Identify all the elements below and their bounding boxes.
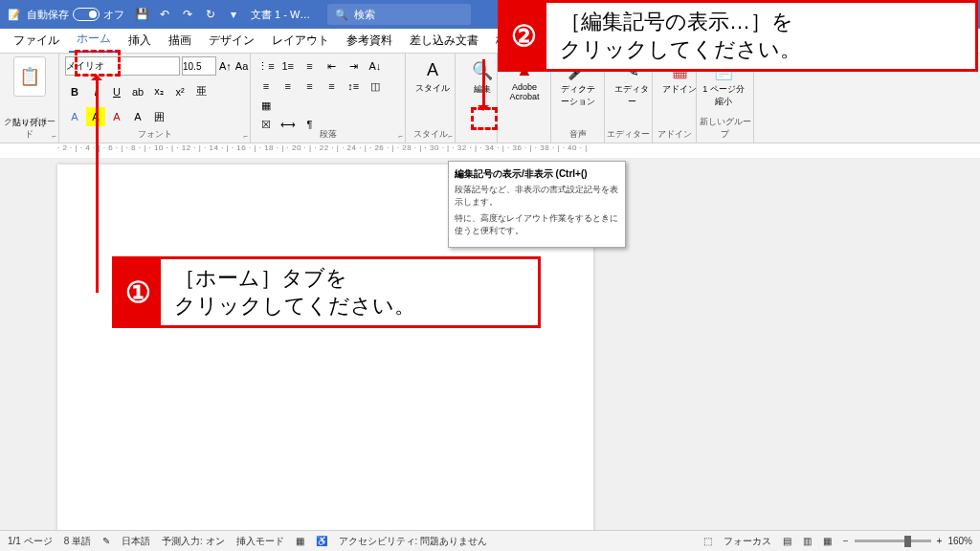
zoom-out-icon[interactable]: − <box>843 536 849 546</box>
tooltip-body1: 段落記号など、非表示の書式設定記号を表示します。 <box>455 184 619 209</box>
font-case-icon[interactable]: Aa <box>234 56 249 76</box>
tab-references[interactable]: 参考資料 <box>339 29 400 53</box>
tab-home[interactable]: ホーム <box>69 27 119 53</box>
numbering-button[interactable]: 1≡ <box>278 56 298 76</box>
tab-insert[interactable]: 挿入 <box>121 29 159 53</box>
view-print-icon[interactable]: ▥ <box>803 536 812 546</box>
callout-2-text: ［編集記号の表示…］を クリックしてください。 <box>546 3 814 69</box>
bullets-button[interactable]: ⋮≡ <box>256 57 276 77</box>
newgroup-label: 新しいグループ <box>697 116 753 141</box>
increase-indent-button[interactable]: ⇥ <box>344 57 363 77</box>
autosave-label: 自動保存 <box>27 8 69 22</box>
tab-mailings[interactable]: 差し込み文書 <box>402 29 486 53</box>
autosave-state: オフ <box>103 8 124 22</box>
paste-button[interactable]: 📋 <box>13 56 46 97</box>
view-read-icon[interactable]: ▤ <box>783 536 791 546</box>
subscript-button[interactable]: x₂ <box>149 82 168 101</box>
group-clipboard: 📋 貼り付け クリップボード ⌐ <box>0 54 59 143</box>
accessibility-icon[interactable]: ♿ <box>316 536 327 546</box>
grow-font-icon[interactable]: A↑ <box>218 56 233 76</box>
view-web-icon[interactable]: ▦ <box>823 536 832 546</box>
save-icon[interactable]: 💾 <box>134 7 149 22</box>
styles-icon: A <box>427 60 438 80</box>
status-page[interactable]: 1/1 ページ <box>8 535 53 548</box>
styles-button[interactable]: Aスタイル <box>412 56 454 95</box>
arrow-2 <box>482 59 485 109</box>
shading-button[interactable]: ◫ <box>366 77 385 96</box>
decrease-indent-button[interactable]: ⇤ <box>322 57 341 77</box>
search-icon: 🔍 <box>335 9 348 21</box>
tab-file[interactable]: ファイル <box>6 29 67 53</box>
callout-2-number: ② <box>501 3 546 69</box>
status-focus[interactable]: フォーカス <box>724 535 771 548</box>
callout-2: ② ［編集記号の表示…］を クリックしてください。 <box>498 0 978 72</box>
font-color-button[interactable]: A <box>107 107 126 126</box>
tooltip: 編集記号の表示/非表示 (Ctrl+() 段落記号など、非表示の書式設定記号を表… <box>448 161 626 248</box>
bold-button[interactable]: B <box>65 82 84 101</box>
clipboard-group-label: クリップボード <box>0 116 58 141</box>
align-center-button[interactable]: ≡ <box>278 77 298 96</box>
status-insert[interactable]: 挿入モード <box>236 535 284 548</box>
status-bar: 1/1 ページ 8 単語 ✎ 日本語 予測入力: オン 挿入モード ▦ ♿ アク… <box>0 530 980 551</box>
clipboard-launcher-icon[interactable]: ⌐ <box>52 132 56 141</box>
font-group-label: フォント <box>59 128 250 141</box>
addin-group-label: アドイン <box>653 128 696 141</box>
align-left-button[interactable]: ≡ <box>256 77 276 96</box>
text-effects-button[interactable]: A <box>65 107 84 126</box>
qat-dropdown-icon[interactable]: ▾ <box>226 7 241 22</box>
char-border-button[interactable]: A <box>128 107 147 126</box>
sort-button[interactable]: A↓ <box>366 56 385 76</box>
document-title: 文書 1 - W… <box>251 8 310 22</box>
align-right-button[interactable]: ≡ <box>301 77 320 96</box>
zoom-slider[interactable] <box>855 540 931 542</box>
font-size-select[interactable] <box>182 56 216 76</box>
phonetic-button[interactable]: 亜 <box>191 82 211 101</box>
callout-1: ① ［ホーム］タブを クリックしてください。 <box>112 256 541 328</box>
editor-group-label: エディター <box>605 128 652 141</box>
refresh-icon[interactable]: ↻ <box>203 7 218 22</box>
tab-draw[interactable]: 描画 <box>161 29 199 53</box>
autosave-toggle[interactable]: 自動保存 オフ <box>27 8 124 22</box>
macro-icon[interactable]: ▦ <box>296 536 304 546</box>
styles-launcher-icon[interactable]: ⌐ <box>448 132 453 141</box>
font-launcher-icon[interactable]: ⌐ <box>243 132 248 141</box>
char-shading-button[interactable]: 囲 <box>149 107 168 126</box>
spell-icon[interactable]: ✎ <box>102 536 110 546</box>
highlight-show-marks <box>471 107 498 130</box>
tooltip-body2: 特に、高度なレイアウト作業をするときに使うと便利です。 <box>455 212 619 237</box>
zoom-control[interactable]: − + 160% <box>843 536 972 546</box>
horizontal-ruler[interactable]: · 2 · | · 4 · | · 6 · | · 8 · | · 10 · |… <box>0 143 980 159</box>
redo-icon[interactable]: ↷ <box>180 7 195 22</box>
paragraph-group-label: 段落 <box>251 128 405 141</box>
toggle-switch[interactable] <box>73 8 100 21</box>
justify-button[interactable]: ≡ <box>322 77 341 96</box>
callout-1-number: ① <box>115 259 161 325</box>
tooltip-title: 編集記号の表示/非表示 (Ctrl+() <box>455 167 619 181</box>
zoom-in-icon[interactable]: + <box>937 536 943 546</box>
callout-1-text: ［ホーム］タブを クリックしてください。 <box>161 259 429 325</box>
tab-layout[interactable]: レイアウト <box>264 29 337 53</box>
borders-button[interactable]: ▦ <box>256 96 276 115</box>
word-icon: 📝 <box>8 9 21 21</box>
underline-button[interactable]: U <box>107 82 126 101</box>
voice-group-label: 音声 <box>551 128 604 141</box>
multilevel-button[interactable]: ≡ <box>301 56 320 76</box>
undo-icon[interactable]: ↶ <box>157 7 172 22</box>
status-accessibility[interactable]: アクセシビリティ: 問題ありません <box>339 535 488 548</box>
tab-design[interactable]: デザイン <box>201 29 262 53</box>
search-box[interactable]: 🔍 検索 <box>327 4 471 25</box>
group-styles: Aスタイル スタイル ⌐ <box>406 54 456 143</box>
zoom-level[interactable]: 160% <box>947 536 972 546</box>
line-spacing-button[interactable]: ↕≡ <box>344 77 363 96</box>
status-lang[interactable]: 日本語 <box>122 535 150 548</box>
arrow-1 <box>96 77 99 293</box>
strike-button[interactable]: ab <box>128 82 147 101</box>
quick-access-toolbar: 💾 ↶ ↷ ↻ ▾ <box>134 7 241 22</box>
paragraph-launcher-icon[interactable]: ⌐ <box>398 132 403 141</box>
superscript-button[interactable]: x² <box>170 82 189 101</box>
focus-icon[interactable]: ⬚ <box>703 536 712 546</box>
highlight-home-tab <box>75 50 121 77</box>
group-paragraph: ⋮≡ 1≡ ≡ ⇤ ⇥ A↓ ≡ ≡ ≡ ≡ ↕≡ ◫ ▦ ☒ ⟷ ¶ 段落 ⌐ <box>251 54 406 143</box>
status-ime[interactable]: 予測入力: オン <box>162 535 225 548</box>
status-words[interactable]: 8 単語 <box>64 535 91 548</box>
